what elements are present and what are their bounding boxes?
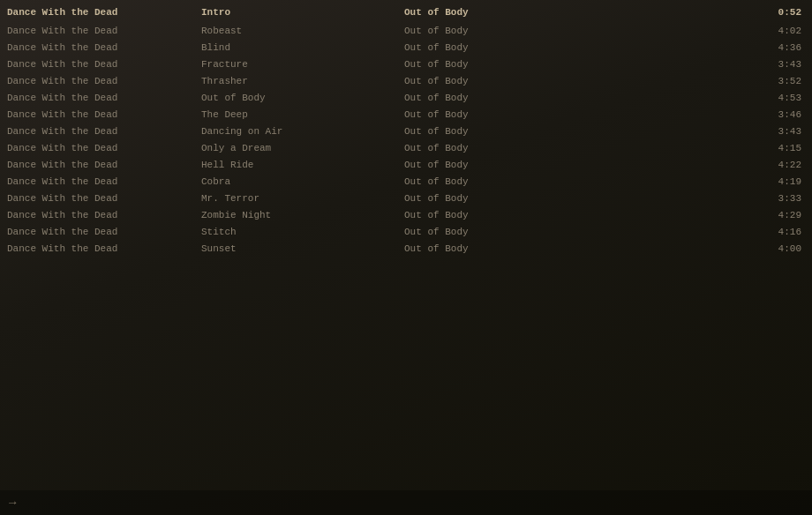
track-artist: Dance With the Dead (7, 176, 201, 187)
track-artist: Dance With the Dead (7, 193, 201, 204)
track-row[interactable]: Dance With the DeadZombie NightOut of Bo… (0, 206, 812, 223)
track-row[interactable]: Dance With the DeadMr. TerrorOut of Body… (0, 190, 812, 206)
track-title: Zombie Night (201, 210, 404, 220)
track-album: Out of Body (404, 109, 748, 120)
track-duration: 4:00 (748, 243, 801, 254)
track-album: Out of Body (404, 243, 748, 254)
track-duration: 4:22 (748, 160, 801, 170)
track-artist: Dance With the Dead (7, 160, 201, 170)
track-duration: 4:15 (748, 143, 801, 153)
track-title: Dancing on Air (201, 126, 404, 137)
track-duration: 4:29 (748, 210, 801, 220)
arrow-icon: → (9, 496, 16, 510)
bottom-bar: → (0, 490, 812, 515)
track-album: Out of Body (404, 176, 748, 187)
track-duration: 4:02 (748, 26, 801, 36)
track-duration: 4:16 (748, 227, 801, 237)
track-artist: Dance With the Dead (7, 93, 201, 103)
track-title: Sunset (201, 243, 404, 254)
track-duration: 3:52 (748, 76, 801, 86)
track-artist: Dance With the Dead (7, 59, 201, 70)
track-album: Out of Body (404, 126, 748, 137)
track-title: Robeast (201, 26, 404, 36)
track-title: Thrasher (201, 76, 404, 86)
track-album: Out of Body (404, 160, 748, 170)
track-row[interactable]: Dance With the DeadHell RideOut of Body4… (0, 156, 812, 173)
track-title: Stitch (201, 227, 404, 237)
track-duration: 3:33 (748, 193, 801, 204)
track-title: Blind (201, 42, 404, 53)
track-duration: 3:46 (748, 109, 801, 120)
track-artist: Dance With the Dead (7, 42, 201, 53)
track-title: Out of Body (201, 93, 404, 103)
track-album: Out of Body (404, 42, 748, 53)
track-title: Fracture (201, 59, 404, 70)
track-row[interactable]: Dance With the DeadOnly a DreamOut of Bo… (0, 139, 812, 156)
track-artist: Dance With the Dead (7, 109, 201, 120)
track-row[interactable]: Dance With the DeadOut of BodyOut of Bod… (0, 89, 812, 106)
track-album: Out of Body (404, 93, 748, 103)
track-artist: Dance With the Dead (7, 7, 201, 18)
track-row[interactable]: Dance With the DeadSunsetOut of Body4:00 (0, 240, 812, 257)
track-duration: 3:43 (748, 126, 801, 137)
track-album: Out of Body (404, 210, 748, 220)
track-album: Out of Body (404, 76, 748, 86)
track-artist: Dance With the Dead (7, 243, 201, 254)
track-album: Out of Body (404, 7, 748, 18)
track-row[interactable]: Dance With the DeadThe DeepOut of Body3:… (0, 106, 812, 123)
track-duration: 4:36 (748, 42, 801, 53)
track-album: Out of Body (404, 193, 748, 204)
track-row[interactable]: Dance With the DeadFractureOut of Body3:… (0, 56, 812, 72)
track-row[interactable]: Dance With the DeadThrasherOut of Body3:… (0, 72, 812, 89)
track-album: Out of Body (404, 143, 748, 153)
track-artist: Dance With the Dead (7, 76, 201, 86)
track-duration: 3:43 (748, 59, 801, 70)
track-row[interactable]: Dance With the DeadBlindOut of Body4:36 (0, 39, 812, 56)
track-title: The Deep (201, 109, 404, 120)
track-duration: 4:19 (748, 176, 801, 187)
track-duration: 4:53 (748, 93, 801, 103)
track-title: Only a Dream (201, 143, 404, 153)
track-title: Intro (201, 7, 404, 18)
track-album: Out of Body (404, 227, 748, 237)
track-artist: Dance With the Dead (7, 227, 201, 237)
track-title: Hell Ride (201, 160, 404, 170)
track-artist: Dance With the Dead (7, 26, 201, 36)
track-row[interactable]: Dance With the DeadIntroOut of Body0:52 (0, 4, 812, 20)
track-row[interactable]: Dance With the DeadRobeastOut of Body4:0… (0, 22, 812, 39)
track-row[interactable]: Dance With the DeadDancing on AirOut of … (0, 123, 812, 139)
track-artist: Dance With the Dead (7, 126, 201, 137)
track-duration: 0:52 (748, 7, 801, 18)
track-title: Mr. Terror (201, 193, 404, 204)
track-album: Out of Body (404, 26, 748, 36)
track-title: Cobra (201, 176, 404, 187)
track-artist: Dance With the Dead (7, 210, 201, 220)
track-row[interactable]: Dance With the DeadCobraOut of Body4:19 (0, 173, 812, 190)
track-album: Out of Body (404, 59, 748, 70)
track-artist: Dance With the Dead (7, 143, 201, 153)
track-row[interactable]: Dance With the DeadStitchOut of Body4:16 (0, 223, 812, 240)
track-list: Dance With the DeadIntroOut of Body0:52D… (0, 0, 812, 257)
